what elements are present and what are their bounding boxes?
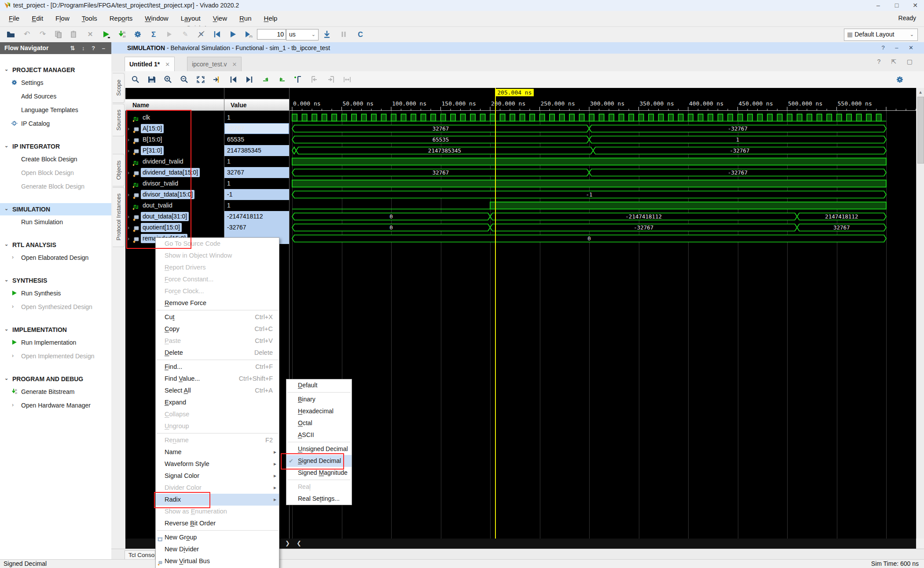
fit-selection-icon[interactable] [341, 74, 354, 85]
scroll-up-icon[interactable]: ▲ [917, 88, 924, 95]
sidebar-item-add-sources[interactable]: Add Sources [0, 90, 111, 103]
waveform-settings-gear-icon[interactable] [893, 74, 906, 85]
copy-icon[interactable] [52, 29, 65, 40]
next-transition-icon[interactable] [243, 74, 256, 85]
sidebar-section-implementation[interactable]: ⌄IMPLEMENTATION [0, 324, 111, 336]
menu-item-expand[interactable]: Expand [156, 397, 279, 408]
redo-icon[interactable]: ↷ [36, 29, 49, 40]
tab-ipcore-test-v[interactable]: ipcore_test.v✕ [187, 57, 242, 71]
sidebar-item-language-templates[interactable]: Language Templates [0, 103, 111, 117]
sidebar-item-create-block-design[interactable]: Create Block Design [0, 153, 111, 166]
waveform-row-a-15-0-[interactable]: 32767-32767 [290, 123, 916, 134]
waveform-row-quotient-15-0-[interactable]: 0-3276732767 [290, 222, 916, 233]
radix-option-hexadecimal[interactable]: Hexadecimal [286, 405, 352, 417]
sidebar-item-settings[interactable]: Settings [0, 76, 111, 90]
menu-window[interactable]: Window [139, 11, 174, 26]
waveform-row-divisor-tvalid[interactable] [290, 178, 916, 189]
menu-item-new-virtual-bus[interactable]: New Virtual Bus [156, 555, 279, 567]
run-trigger-icon[interactable]: (T) [242, 29, 255, 40]
signal-row-name[interactable]: ›dividend_tdata[15:0] [125, 167, 224, 178]
signal-row-name[interactable]: divisor_tvalid [125, 178, 224, 189]
signal-value-cell[interactable]: 65535 [224, 134, 289, 145]
sidebar-item-open-block-design[interactable]: Open Block Design [0, 166, 111, 180]
menu-reports[interactable]: Reports [103, 11, 139, 26]
paste-icon[interactable] [68, 29, 81, 40]
signal-value-cell[interactable]: 32767 [224, 167, 289, 178]
name-column-header[interactable]: Name [125, 99, 224, 111]
pause-icon[interactable] [337, 29, 350, 40]
side-tab-objects[interactable]: Objects [113, 154, 125, 186]
signal-value-cell[interactable]: -2147418112 [224, 211, 289, 222]
relaunch-icon[interactable]: C [354, 29, 367, 40]
menu-run[interactable]: Run [233, 11, 258, 26]
sidebar-item-open-elaborated-design[interactable]: ›Open Elaborated Design [0, 251, 111, 265]
menu-item-signal-color[interactable]: Signal Color▸ [156, 470, 279, 482]
close-icon[interactable]: ✕ [906, 1, 924, 10]
sidebar-item-run-simulation[interactable]: Run Simulation [0, 215, 111, 229]
waveform-row-clk[interactable] [290, 112, 916, 123]
menu-view[interactable]: View [207, 11, 233, 26]
report-sum-icon[interactable]: Σ [147, 29, 160, 40]
menu-item-select-all[interactable]: Select AllCtrl+A [156, 385, 279, 397]
run-icon[interactable] [99, 29, 113, 40]
sidebar-item-run-synthesis[interactable]: Run Synthesis [0, 287, 111, 300]
signal-value-cell[interactable]: 32767 [224, 123, 289, 134]
waveform-row-remainder-15-0-[interactable]: 0 [290, 233, 916, 244]
zoom-fit-icon[interactable] [194, 74, 207, 85]
signal-row-name[interactable]: clk [125, 112, 224, 123]
side-tab-scope[interactable]: Scope [113, 73, 125, 103]
expander-icon[interactable]: › [125, 123, 132, 134]
waveform-row-dividend-tvalid[interactable] [290, 156, 916, 167]
signal-row-name[interactable]: ›dout_tdata[31:0] [125, 211, 224, 222]
waveform-plot-area[interactable]: 0.000 ns50.000 ns100.000 ns150.000 ns200… [290, 88, 916, 539]
sidebar-item-open-implemented-design[interactable]: ›Open Implemented Design [0, 350, 111, 363]
signal-row-name[interactable]: dout_tvalid [125, 200, 224, 211]
signal-row-name[interactable]: ›quotient[15:0] [125, 222, 224, 233]
menu-item-new-group[interactable]: New Group [156, 532, 279, 543]
maximize-icon[interactable]: □ [888, 1, 906, 10]
zoom-in-icon[interactable] [161, 74, 175, 85]
menu-item-delete[interactable]: DeleteDelete [156, 347, 279, 359]
expander-icon[interactable]: › [125, 233, 132, 244]
layout-selector[interactable]: ▦ Default Layout ⌄ [844, 29, 918, 41]
menu-item-waveform-style[interactable]: Waveform Style▸ [156, 458, 279, 470]
sidebar-item-generate-bitstream[interactable]: 0110Generate Bitstream [0, 385, 111, 399]
value-column-header[interactable]: Value [224, 99, 289, 111]
run-all-icon[interactable] [226, 29, 239, 40]
menu-item-copy[interactable]: CopyCtrl+C [156, 323, 279, 335]
open-project-icon[interactable] [4, 29, 18, 40]
signal-value-cell[interactable]: 1 [224, 112, 289, 123]
minimize-icon[interactable]: – [869, 1, 887, 10]
generate-bitstream-step-icon[interactable]: 0110 [115, 29, 128, 40]
signal-row-name[interactable]: ›B[15:0] [125, 134, 224, 145]
flow-navigator-header-icons[interactable]: ⇅ ↕ ? – [70, 42, 108, 54]
settings-gear-icon[interactable] [131, 29, 144, 40]
menu-flow[interactable]: Flow [49, 11, 76, 26]
radix-option-signed-magnitude[interactable]: Signed Magnitude [286, 467, 352, 479]
waveform-row-dout-tvalid[interactable] [290, 200, 916, 211]
menu-layout[interactable]: Layout [175, 11, 207, 26]
sidebar-item-generate-block-design[interactable]: Generate Block Design [0, 180, 111, 193]
sidebar-section-simulation[interactable]: ⌄SIMULATION [0, 203, 111, 215]
edit-disabled-icon[interactable]: ✎ [179, 29, 192, 40]
signal-value-cell[interactable]: 1 [224, 200, 289, 211]
menu-item-find-value-[interactable]: Find Value...Ctrl+Shift+F [156, 373, 279, 385]
sidebar-item-open-synthesized-design[interactable]: ›Open Synthesized Design [0, 300, 111, 314]
tab-close-icon[interactable]: ✕ [232, 61, 237, 68]
radix-option-signed-decimal[interactable]: ✔Signed Decimal [286, 455, 352, 467]
signal-row-name[interactable]: dividend_tvalid [125, 156, 224, 167]
radix-option-default[interactable]: Default [286, 379, 352, 391]
menu-file[interactable]: File [3, 11, 26, 26]
waveform-row-dout-tdata-31-0-[interactable]: 0-21474181122147418112 [290, 211, 916, 222]
undo-icon[interactable]: ↶ [20, 29, 33, 40]
radix-option-binary[interactable]: Binary [286, 393, 352, 405]
menu-item-radix[interactable]: Radix▸ [156, 494, 279, 506]
sidebar-section-synthesis[interactable]: ⌄SYNTHESIS [0, 274, 111, 287]
swap-cursor-right-icon[interactable] [275, 74, 289, 85]
signal-value-cell[interactable]: -32767 [224, 222, 289, 233]
side-tab-protocol-instances[interactable]: Protocol Instances [113, 187, 125, 247]
menu-help[interactable]: Help [258, 11, 284, 26]
signal-row-name[interactable]: ›P[31:0] [125, 145, 224, 156]
run-for-time-icon[interactable] [320, 29, 334, 40]
sidebar-item-run-implementation[interactable]: Run Implementation [0, 336, 111, 350]
